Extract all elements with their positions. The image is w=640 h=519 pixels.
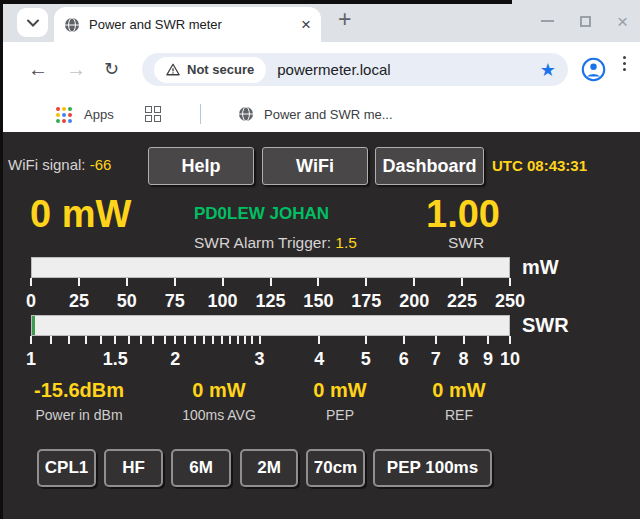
swr-alarm-trigger: SWR Alarm Trigger: 1.5: [194, 234, 357, 252]
stat-avg-label: 100ms AVG: [182, 407, 256, 423]
url-text[interactable]: powermeter.local: [277, 61, 390, 78]
swr-meter: 11.52345678910 SWR: [31, 315, 510, 371]
security-chip[interactable]: Not secure: [154, 57, 266, 83]
reading-list-icon[interactable]: [145, 106, 161, 122]
stat-pep: 0 mW PEP: [313, 380, 366, 423]
tab-search-button[interactable]: [17, 8, 48, 37]
maximize-icon[interactable]: [580, 16, 591, 27]
swr-meter-unit: SWR: [522, 314, 569, 337]
2m-button[interactable]: 2M: [240, 449, 298, 487]
stat-dbm-label: Power in dBm: [34, 407, 124, 423]
stat-pep-label: PEP: [313, 407, 366, 423]
70cm-button[interactable]: 70cm: [306, 449, 365, 487]
power-meter-unit: mW: [522, 256, 559, 279]
stat-dbm: -15.6dBm Power in dBm: [34, 380, 124, 423]
swr-alarm-value: 1.5: [335, 234, 357, 251]
stat-ref-label: REF: [432, 407, 485, 423]
stat-ref-value: 0 mW: [432, 380, 485, 401]
browser-menu-icon[interactable]: [623, 56, 626, 71]
browser-window: Power and SWR meter × + × ← → ↻ Not secu…: [0, 0, 640, 519]
swr-meter-scale: 11.52345678910: [31, 349, 510, 371]
window-frame-top: [0, 0, 512, 4]
apps-label[interactable]: Apps: [84, 107, 114, 122]
browser-toolbar: ← → ↻ Not secure powermeter.local ★: [0, 42, 640, 97]
hf-button[interactable]: HF: [104, 449, 163, 487]
address-bar[interactable]: Not secure powermeter.local ★: [142, 53, 568, 86]
swr-caption: SWR: [448, 234, 484, 252]
stat-dbm-value: -15.6dBm: [34, 380, 124, 401]
power-meter-bar: [31, 257, 510, 278]
new-tab-button[interactable]: +: [338, 6, 351, 33]
6m-button[interactable]: 6M: [171, 449, 231, 487]
active-tab[interactable]: Power and SWR meter ×: [54, 7, 321, 42]
chevron-down-icon: [27, 19, 39, 27]
bookmarks-divider: [200, 104, 201, 124]
dashboard-button[interactable]: Dashboard: [375, 147, 484, 185]
tab-close-icon[interactable]: ×: [301, 16, 311, 33]
utc-clock: UTC 08:43:31: [492, 157, 587, 174]
page-content: WiFi signal: -66 Help WiFi Dashboard UTC…: [0, 132, 640, 519]
stat-avg: 0 mW 100ms AVG: [182, 380, 256, 423]
reload-icon[interactable]: ↻: [104, 57, 119, 81]
power-meter: 0255075100125150175200225250 mW: [31, 257, 510, 313]
callsign: PD0LEW JOHAN: [194, 204, 329, 224]
window-frame-left: [0, 0, 3, 519]
window-controls: ×: [541, 0, 628, 42]
tab-strip: Power and SWR meter × + ×: [0, 0, 640, 42]
apps-grid-icon[interactable]: [56, 107, 72, 123]
globe-favicon-icon: [64, 17, 80, 33]
pep-100ms-button[interactable]: PEP 100ms: [373, 449, 492, 487]
back-icon[interactable]: ←: [28, 57, 48, 81]
wifi-signal-value: -66: [90, 156, 112, 173]
bookmark-item[interactable]: Power and SWR me...: [264, 107, 393, 122]
minimize-icon[interactable]: [541, 20, 554, 22]
stat-avg-value: 0 mW: [182, 380, 256, 401]
bookmark-globe-icon: [238, 106, 254, 126]
power-meter-scale: 0255075100125150175200225250: [31, 291, 510, 313]
swr-alarm-label: SWR Alarm Trigger:: [194, 234, 331, 251]
warning-triangle-icon: [166, 63, 180, 76]
security-label: Not secure: [187, 62, 254, 77]
wifi-signal: WiFi signal: -66: [8, 156, 111, 173]
forward-icon[interactable]: →: [66, 57, 86, 81]
swr-meter-bar: [31, 315, 510, 336]
stat-ref: 0 mW REF: [432, 380, 485, 423]
stat-pep-value: 0 mW: [313, 380, 366, 401]
tab-title: Power and SWR meter: [89, 17, 295, 32]
swr-meter-fill: [32, 316, 35, 335]
window-close-icon[interactable]: ×: [617, 12, 628, 31]
profile-icon[interactable]: [581, 57, 606, 86]
power-readout: 0 mW: [30, 194, 131, 234]
wifi-button[interactable]: WiFi: [262, 147, 368, 185]
bookmark-star-icon[interactable]: ★: [540, 61, 556, 79]
cpl1-button[interactable]: CPL1: [37, 449, 96, 487]
bookmarks-bar: Apps Power and SWR me...: [0, 97, 640, 132]
wifi-signal-label: WiFi signal:: [8, 156, 86, 173]
swr-readout: 1.00: [426, 194, 500, 234]
help-button[interactable]: Help: [148, 147, 254, 185]
swr-meter-ticks: [31, 336, 510, 344]
power-meter-ticks: [31, 278, 510, 286]
